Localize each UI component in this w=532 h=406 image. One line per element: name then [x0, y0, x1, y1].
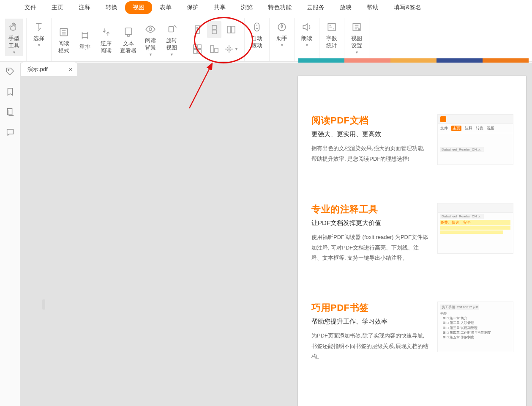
section-bookmark: 巧用PDF书签 帮助您提升工作、学习效率 为PDF页面添加书签,除了实现内容的快…: [298, 276, 526, 375]
auto-scroll-icon: [250, 20, 264, 34]
menu-protect[interactable]: 保护: [179, 1, 206, 14]
text-viewer-button[interactable]: 文本 查看器: [118, 24, 138, 56]
app-logo-icon: [440, 116, 446, 122]
word-count-button[interactable]: 字数 统计: [323, 19, 341, 51]
view-settings-button[interactable]: 视图 设置▼: [348, 19, 366, 56]
reading-bg-button[interactable]: 阅读 背景▼: [142, 21, 159, 58]
tab-close-button[interactable]: ×: [69, 66, 73, 73]
facing-page-view-button[interactable]: [224, 21, 238, 38]
svg-point-3: [149, 28, 152, 31]
rotate-view-button[interactable]: 旋转 视图▼: [163, 21, 180, 58]
menu-slideshow[interactable]: 放映: [332, 1, 359, 14]
comment-icon[interactable]: [5, 128, 15, 137]
menu-browse[interactable]: 浏览: [233, 1, 260, 14]
svg-point-19: [358, 29, 360, 30]
separate-cover-view-button[interactable]: [207, 41, 221, 58]
assistant-icon: [275, 20, 289, 34]
thumbnail-image: Datasheet_Reader_CN.p... 免费、快速、安全: [437, 203, 513, 254]
pages-icon[interactable]: [5, 107, 15, 117]
word-count-icon: [325, 20, 339, 34]
tab-title: 演示.pdf: [27, 66, 48, 73]
section-body: 为PDF页面添加书签,除了实现内容的快速导航,书签还能指明不同书签的层级关系,展…: [311, 331, 430, 362]
svg-rect-15: [255, 23, 259, 31]
menu-fillsign[interactable]: 填写&签名: [386, 1, 429, 14]
chevron-down-icon: ▼: [305, 43, 309, 48]
split-view-button[interactable]: ▼: [224, 41, 238, 58]
panel-expand-handle[interactable]: [42, 299, 45, 310]
auto-scroll-button[interactable]: 自动 滚动: [248, 19, 266, 51]
chevron-down-icon: ▼: [12, 50, 16, 55]
menu-share[interactable]: 共享: [206, 1, 233, 14]
speaker-icon: [300, 20, 314, 34]
document-tab[interactable]: 演示.pdf ×: [20, 62, 78, 76]
view-settings-icon: [349, 20, 364, 34]
chevron-down-icon: ▼: [37, 43, 41, 48]
select-button[interactable]: 选择▼: [30, 19, 48, 49]
menu-form[interactable]: 表单: [152, 1, 179, 14]
menu-comment[interactable]: 注释: [71, 1, 98, 14]
svg-rect-4: [169, 26, 174, 32]
reverse-reading-button[interactable]: 逆序 阅读: [97, 24, 115, 56]
section-subtitle: 更强大、更实用、更高效: [311, 130, 430, 138]
svg-rect-8: [227, 26, 231, 33]
svg-rect-22: [7, 109, 12, 115]
svg-rect-14: [210, 46, 214, 52]
menu-cloud[interactable]: 云服务: [299, 1, 332, 14]
document-tab-bar: 演示.pdf ×: [20, 62, 78, 76]
svg-rect-5: [195, 26, 199, 33]
section-subtitle: 让PDF文档发挥更大价值: [311, 219, 430, 227]
document-eye-icon: [121, 25, 136, 39]
section-title: 专业的注释工具: [311, 203, 430, 216]
section-read: 阅读PDF文档 更强大、更实用、更高效 拥有出色的文档渲染效果,强大的页面管理功…: [298, 76, 526, 178]
section-subtitle: 帮助您提升工作、学习效率: [311, 318, 430, 326]
continuous-facing-view-button[interactable]: [190, 41, 205, 58]
chevron-down-icon: ▼: [149, 52, 153, 58]
svg-rect-9: [232, 26, 235, 33]
read-aloud-button[interactable]: 朗读▼: [298, 19, 316, 49]
chevron-down-icon: ▼: [235, 47, 238, 51]
ribbon: 手型 工具▼ 选择▼ 阅读 模式 重排 逆序 阅读 文本 查看器 阅读 背景▼: [0, 15, 532, 62]
section-body: 使用福昕PDF阅读器 (foxit reader) 为PDF文件添加注释, 可对…: [311, 232, 430, 263]
reading-mode-button[interactable]: 阅读 模式: [55, 24, 73, 56]
svg-rect-6: [212, 25, 216, 29]
page-view-grid: ▼: [188, 19, 241, 60]
reflow-button[interactable]: 重排: [76, 27, 94, 52]
reflow-icon: [78, 28, 92, 43]
svg-rect-10: [194, 45, 197, 49]
rotate-icon: [164, 22, 179, 36]
section-annotate: 专业的注释工具 让PDF文档发挥更大价值 使用福昕PDF阅读器 (foxit r…: [298, 178, 526, 276]
chevron-down-icon: ▼: [170, 52, 174, 58]
menu-view[interactable]: 视图: [125, 1, 152, 14]
chevron-down-icon: ▼: [355, 50, 359, 55]
svg-point-2: [127, 35, 129, 36]
svg-rect-11: [198, 45, 201, 49]
hand-icon: [7, 20, 21, 34]
menu-help[interactable]: 帮助: [359, 1, 386, 14]
tag-icon[interactable]: [5, 67, 15, 76]
section-body: 拥有出色的文档渲染效果,强大的页面管理功能,帮助提升效率, 是您阅读PDF的理想…: [311, 143, 430, 164]
continuous-page-view-button[interactable]: [207, 21, 221, 38]
menu-file[interactable]: 文件: [17, 1, 44, 14]
section-title: 巧用PDF书签: [311, 302, 430, 314]
menu-convert[interactable]: 转换: [98, 1, 125, 14]
book-icon: [57, 25, 71, 39]
bookmark-icon[interactable]: [5, 87, 15, 96]
hand-tool-button[interactable]: 手型 工具▼: [5, 19, 23, 56]
svg-rect-1: [125, 28, 131, 34]
menu-bar: 文件 主页 注释 转换 视图 表单 保护 共享 浏览 特色功能 云服务 放映 帮…: [0, 0, 532, 15]
svg-rect-7: [212, 30, 216, 34]
thumbnail-image: 文件主页注释转换视图 Datasheet_Reader_CN.p...: [437, 114, 513, 165]
pdf-page: 阅读PDF文档 更强大、更实用、更高效 拥有出色的文档渲染效果,强大的页面管理功…: [298, 76, 526, 406]
thumbnail-image: 员工手册_20120917.pdf 书签 ⊞ □ 第一章 简介 ⊞ □ 第二章 …: [437, 302, 513, 352]
reverse-icon: [99, 25, 113, 39]
assistant-button[interactable]: 助手▼: [273, 19, 291, 49]
eye-icon: [143, 22, 158, 36]
svg-rect-13: [198, 49, 201, 53]
svg-point-21: [8, 69, 9, 71]
single-page-view-button[interactable]: [190, 21, 205, 38]
chevron-down-icon: ▼: [280, 43, 284, 48]
menu-feature[interactable]: 特色功能: [260, 1, 299, 14]
menu-home[interactable]: 主页: [44, 1, 71, 14]
section-title: 阅读PDF文档: [311, 114, 430, 127]
select-text-icon: [32, 20, 46, 34]
